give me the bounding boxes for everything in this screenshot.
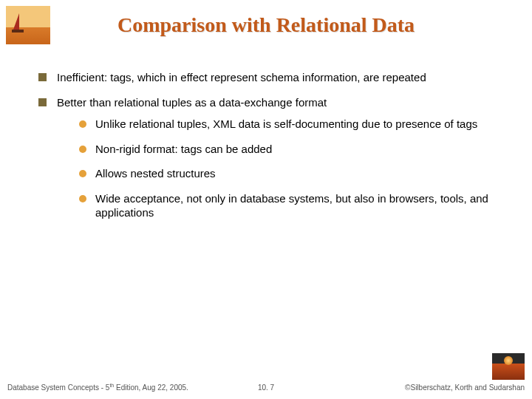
slide-title: Comparison with Relational Data <box>0 13 532 37</box>
bullet-level2: Allows nested structures <box>79 166 502 181</box>
footer-left-suffix: Edition, Aug 22, 2005. <box>114 383 188 392</box>
sub-bullet-text: Wide acceptance, not only in database sy… <box>95 191 502 220</box>
bullet-text: Inefficient: tags, which in effect repre… <box>57 70 502 85</box>
bullet-level1: Better than relational tuples as a data-… <box>38 95 502 231</box>
bullet-text: Better than relational tuples as a data-… <box>57 95 502 231</box>
footer-left: Database System Concepts - 5th Edition, … <box>7 383 188 392</box>
slide-footer: Database System Concepts - 5th Edition, … <box>7 383 525 392</box>
logo-bottom-right <box>492 353 525 380</box>
dot-bullet-icon <box>79 146 86 153</box>
bullet-level2: Unlike relational tuples, XML data is se… <box>79 117 502 132</box>
sub-bullet-text: Unlike relational tuples, XML data is se… <box>95 117 502 132</box>
bullet-level2: Non-rigid format: tags can be added <box>79 142 502 157</box>
square-bullet-icon <box>38 98 47 106</box>
sub-bullet-list: Unlike relational tuples, XML data is se… <box>79 117 502 220</box>
square-bullet-icon <box>38 73 47 81</box>
dot-bullet-icon <box>79 120 86 128</box>
bullet-text-span: Better than relational tuples as a data-… <box>57 96 327 109</box>
dot-bullet-icon <box>79 170 86 177</box>
dot-bullet-icon <box>79 195 86 202</box>
slide-content: Inefficient: tags, which in effect repre… <box>38 70 502 241</box>
sub-bullet-text: Non-rigid format: tags can be added <box>95 142 502 157</box>
footer-slide-number: 10. 7 <box>258 383 274 392</box>
bullet-level2: Wide acceptance, not only in database sy… <box>79 191 502 220</box>
bullet-level1: Inefficient: tags, which in effect repre… <box>38 70 502 85</box>
footer-left-prefix: Database System Concepts - 5 <box>7 383 109 392</box>
sub-bullet-text: Allows nested structures <box>95 166 502 181</box>
footer-copyright: ©Silberschatz, Korth and Sudarshan <box>405 383 525 392</box>
